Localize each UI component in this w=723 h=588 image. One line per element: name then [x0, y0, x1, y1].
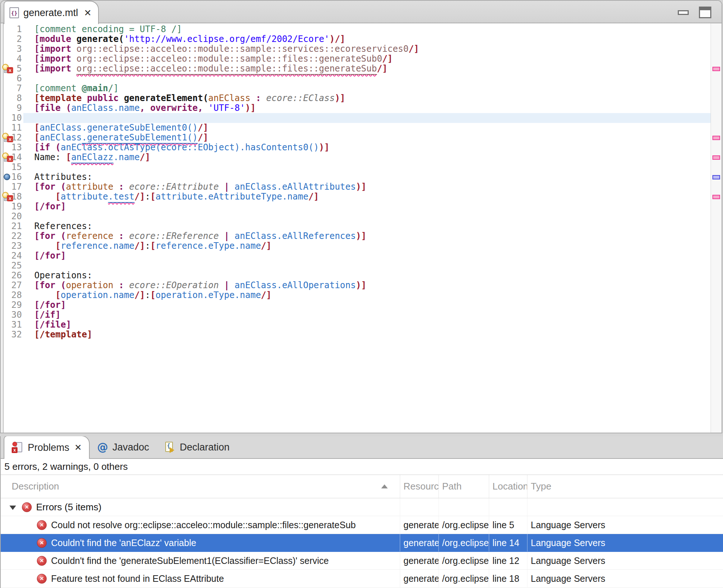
error-badge-glyph [12, 447, 18, 453]
problems-tabbar: Problems ✕ @ Javadoc Declaration [1, 436, 723, 459]
code-line[interactable]: 15 [1, 162, 711, 172]
code-line[interactable]: 23 [reference.name/]:[reference.eType.na… [1, 241, 711, 251]
line-number: 12 [1, 133, 22, 143]
code-line[interactable]: 6 [1, 74, 711, 84]
line-number: 26 [1, 271, 22, 281]
line-number: 4 [1, 54, 22, 64]
code-line[interactable]: 11[anEClass.generateSubElement0()/] [1, 123, 711, 133]
line-number: 17 [1, 182, 22, 192]
problem-type-cell: Language Servers [527, 552, 723, 569]
code-text: References: [34, 221, 92, 231]
code-text: [comment @main/] [34, 84, 119, 93]
maximize-icon[interactable] [699, 7, 711, 18]
arrow-glyph [170, 447, 174, 453]
error-icon [37, 556, 47, 566]
code-line[interactable]: 3[import org::eclipse::acceleo::module::… [1, 44, 711, 54]
column-header-path[interactable]: Path [439, 475, 489, 498]
code-line[interactable]: 29[/for] [1, 300, 711, 310]
problem-row[interactable]: Could not resolve org::eclipse::acceleo:… [1, 516, 723, 534]
workbench: {} generate.mtl ✕ 1[comment encoding = U… [0, 0, 723, 588]
code-text: Operations: [34, 271, 92, 281]
code-line[interactable]: 26Operations: [1, 271, 711, 281]
code-line[interactable]: 21References: [1, 221, 711, 231]
overview-marker-error[interactable] [712, 195, 720, 199]
code-text: Attributes: [34, 172, 92, 182]
code-text: [if (anEClass.oclAsType(ecore::EObject).… [34, 143, 329, 152]
overview-marker-error[interactable] [712, 155, 720, 160]
line-number: 5 [1, 64, 22, 74]
tab-generate-mtl[interactable]: {} generate.mtl ✕ [4, 1, 99, 24]
code-line[interactable]: 7[comment @main/] [1, 84, 711, 93]
code-text: [/template] [34, 330, 92, 340]
code-line[interactable]: 13[if (anEClass.oclAsType(ecore::EObject… [1, 143, 711, 152]
problems-summary: 5 errors, 2 warnings, 0 others [1, 459, 723, 475]
code-line[interactable]: 28 [operation.name/]:[operation.eType.na… [1, 290, 711, 300]
line-number: 14 [1, 152, 22, 162]
tab-label: Declaration [180, 442, 230, 453]
code-lines: 1[comment encoding = UTF-8 /]2[module ge… [1, 23, 711, 433]
tab-declaration[interactable]: Declaration [156, 436, 237, 458]
code-line[interactable]: 27[for (operation : ecore::EOperation | … [1, 281, 711, 290]
code-line[interactable]: 18 [attribute.test/]:[attribute.eAttribu… [1, 192, 711, 202]
code-line[interactable]: 31[/file] [1, 320, 711, 330]
code-line[interactable]: 22[for (reference : ecore::EReference | … [1, 231, 711, 241]
column-header-resource[interactable]: Resource [400, 475, 439, 498]
code-line[interactable]: 12[anEClass.generateSubElement1()/] [1, 133, 711, 143]
code-line[interactable]: 10 [1, 113, 711, 123]
problem-description: Could not resolve org::eclipse::acceleo:… [51, 520, 356, 530]
mtl-file-icon: {} [9, 7, 19, 18]
problem-row[interactable]: Couldn't find the 'generateSubElement1(E… [1, 552, 723, 570]
problem-location-cell: line 12 [489, 552, 527, 569]
line-number: 21 [1, 221, 22, 231]
overview-marker-error[interactable] [712, 67, 720, 71]
tab-problems[interactable]: Problems ✕ [4, 436, 90, 459]
column-header-location[interactable]: Location [489, 475, 527, 498]
code-line[interactable]: 24[/for] [1, 251, 711, 261]
code-line[interactable]: 9[file (anEClass.name, overwrite, 'UTF-8… [1, 103, 711, 113]
problem-row[interactable]: Couldn't find the 'anEClazz' variablegen… [1, 534, 723, 552]
code-line[interactable]: 32[/template] [1, 330, 711, 340]
code-line[interactable]: 4[import org::eclipse::acceleo::module::… [1, 54, 711, 64]
collapse-arrow-icon[interactable] [9, 506, 16, 510]
problem-resource-cell: generate.mtl [400, 516, 439, 534]
problem-location-cell: line 14 [489, 534, 527, 552]
path-cell [439, 498, 489, 516]
line-number: 28 [1, 290, 22, 300]
code-line[interactable]: 1[comment encoding = UTF-8 /] [1, 24, 711, 34]
code-line[interactable]: 14Name: [anEClazz.name/] [1, 152, 711, 162]
minimize-icon[interactable] [678, 10, 689, 15]
group-description-cell: Errors (5 items) [1, 498, 400, 516]
code-line[interactable]: 16Attributes: [1, 172, 711, 182]
code-text: [/for] [34, 202, 66, 212]
code-line[interactable]: 30[/if] [1, 310, 711, 320]
close-icon[interactable]: ✕ [74, 442, 82, 453]
code-line[interactable]: 5[import org::eclipse::acceleo::module::… [1, 64, 711, 74]
code-line[interactable]: 25 [1, 261, 711, 271]
tab-javadoc[interactable]: @ Javadoc [90, 436, 156, 458]
problem-row[interactable]: Feature test not found in EClass EAttrib… [1, 570, 723, 588]
line-number: 25 [1, 261, 22, 271]
code-text: [anEClass.generateSubElement0()/] [34, 123, 208, 133]
column-header-description[interactable]: Description [1, 475, 400, 498]
code-line[interactable]: 17[for (attribute : ecore::EAttribute | … [1, 182, 711, 192]
column-header-type[interactable]: Type [527, 475, 723, 498]
code-line[interactable]: 20 [1, 212, 711, 221]
error-group-row[interactable]: Errors (5 items) [1, 498, 723, 516]
overview-ruler[interactable] [711, 23, 722, 433]
code-line[interactable]: 8[template public generateElement(anECla… [1, 93, 711, 103]
overview-marker-error[interactable] [712, 136, 720, 140]
braces-glyph: {} [10, 11, 18, 16]
code-editor[interactable]: 1[comment encoding = UTF-8 /]2[module ge… [1, 23, 722, 433]
column-label: Path [442, 481, 462, 492]
close-icon[interactable]: ✕ [84, 8, 92, 18]
code-text: [/file] [34, 320, 71, 330]
error-icon [22, 502, 32, 512]
code-text: [import org::eclipse::acceleo::module::s… [34, 54, 393, 64]
code-line[interactable]: 2[module generate('http://www.eclipse.or… [1, 34, 711, 44]
code-line[interactable]: 19[/for] [1, 202, 711, 212]
location-cell [489, 498, 527, 516]
line-number: 7 [1, 84, 22, 93]
overview-marker-info[interactable] [712, 175, 720, 179]
declaration-icon [164, 441, 175, 453]
problems-pane: Problems ✕ @ Javadoc Declaration 5 error… [0, 436, 723, 588]
